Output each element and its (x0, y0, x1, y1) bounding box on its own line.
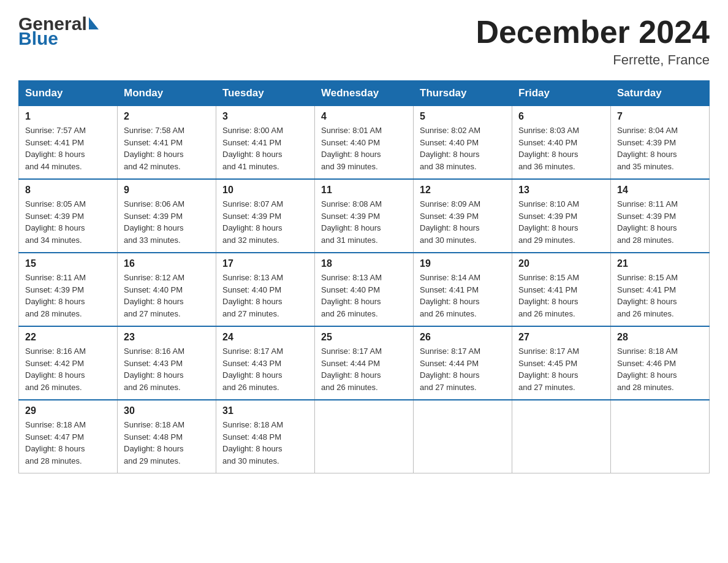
calendar-table: SundayMondayTuesdayWednesdayThursdayFrid… (18, 80, 710, 473)
calendar-day-cell: 24 Sunrise: 8:17 AM Sunset: 4:43 PM Dayl… (216, 326, 315, 400)
calendar-week-row: 15 Sunrise: 8:11 AM Sunset: 4:39 PM Dayl… (19, 253, 710, 326)
day-number: 26 (420, 332, 506, 343)
page-header: General Blue December 2024 Ferrette, Fra… (18, 15, 710, 68)
calendar-header-row: SundayMondayTuesdayWednesdayThursdayFrid… (19, 81, 710, 106)
calendar-day-cell: 25 Sunrise: 8:17 AM Sunset: 4:44 PM Dayl… (315, 326, 414, 400)
calendar-day-cell: 22 Sunrise: 8:16 AM Sunset: 4:42 PM Dayl… (19, 326, 118, 400)
calendar-day-cell: 3 Sunrise: 8:00 AM Sunset: 4:41 PM Dayli… (216, 106, 315, 180)
day-info: Sunrise: 8:16 AM Sunset: 4:42 PM Dayligh… (25, 345, 111, 393)
calendar-day-cell: 31 Sunrise: 8:18 AM Sunset: 4:48 PM Dayl… (216, 400, 315, 473)
calendar-day-cell: 27 Sunrise: 8:17 AM Sunset: 4:45 PM Dayl… (512, 326, 611, 400)
calendar-day-cell: 14 Sunrise: 8:11 AM Sunset: 4:39 PM Dayl… (611, 179, 710, 253)
calendar-day-cell: 28 Sunrise: 8:18 AM Sunset: 4:46 PM Dayl… (611, 326, 710, 400)
calendar-day-cell: 20 Sunrise: 8:15 AM Sunset: 4:41 PM Dayl… (512, 253, 611, 326)
calendar-day-cell: 10 Sunrise: 8:07 AM Sunset: 4:39 PM Dayl… (216, 179, 315, 253)
day-info: Sunrise: 8:17 AM Sunset: 4:44 PM Dayligh… (420, 345, 506, 393)
day-number: 16 (124, 258, 210, 269)
calendar-day-cell: 21 Sunrise: 8:15 AM Sunset: 4:41 PM Dayl… (611, 253, 710, 326)
logo-blue-text: Blue (18, 29, 58, 48)
day-info: Sunrise: 8:15 AM Sunset: 4:41 PM Dayligh… (518, 272, 604, 320)
calendar-day-cell: 6 Sunrise: 8:03 AM Sunset: 4:40 PM Dayli… (512, 106, 611, 180)
day-number: 27 (518, 332, 604, 343)
day-info: Sunrise: 8:17 AM Sunset: 4:44 PM Dayligh… (321, 345, 407, 393)
day-number: 1 (25, 111, 111, 122)
calendar-day-cell: 30 Sunrise: 8:18 AM Sunset: 4:48 PM Dayl… (118, 400, 216, 473)
calendar-header-tuesday: Tuesday (216, 81, 315, 106)
calendar-day-cell: 19 Sunrise: 8:14 AM Sunset: 4:41 PM Dayl… (414, 253, 512, 326)
calendar-day-cell (512, 400, 611, 473)
calendar-day-cell: 17 Sunrise: 8:13 AM Sunset: 4:40 PM Dayl… (216, 253, 315, 326)
day-number: 29 (25, 405, 111, 416)
month-title: December 2024 (476, 15, 710, 50)
day-info: Sunrise: 8:02 AM Sunset: 4:40 PM Dayligh… (420, 124, 506, 172)
calendar-week-row: 22 Sunrise: 8:16 AM Sunset: 4:42 PM Dayl… (19, 326, 710, 400)
day-info: Sunrise: 8:06 AM Sunset: 4:39 PM Dayligh… (124, 198, 210, 246)
day-info: Sunrise: 8:18 AM Sunset: 4:47 PM Dayligh… (25, 419, 111, 467)
day-number: 15 (25, 258, 111, 269)
day-number: 30 (124, 405, 210, 416)
calendar-header-thursday: Thursday (414, 81, 512, 106)
day-info: Sunrise: 8:07 AM Sunset: 4:39 PM Dayligh… (222, 198, 308, 246)
day-number: 28 (617, 332, 703, 343)
calendar-week-row: 8 Sunrise: 8:05 AM Sunset: 4:39 PM Dayli… (19, 179, 710, 253)
day-number: 11 (321, 185, 407, 196)
day-info: Sunrise: 8:10 AM Sunset: 4:39 PM Dayligh… (518, 198, 604, 246)
day-info: Sunrise: 8:00 AM Sunset: 4:41 PM Dayligh… (222, 124, 308, 172)
calendar-day-cell: 15 Sunrise: 8:11 AM Sunset: 4:39 PM Dayl… (19, 253, 118, 326)
calendar-day-cell: 16 Sunrise: 8:12 AM Sunset: 4:40 PM Dayl… (118, 253, 216, 326)
day-number: 31 (222, 405, 308, 416)
day-number: 10 (222, 185, 308, 196)
day-info: Sunrise: 8:09 AM Sunset: 4:39 PM Dayligh… (420, 198, 506, 246)
day-info: Sunrise: 8:17 AM Sunset: 4:43 PM Dayligh… (222, 345, 308, 393)
day-info: Sunrise: 8:01 AM Sunset: 4:40 PM Dayligh… (321, 124, 407, 172)
calendar-day-cell: 13 Sunrise: 8:10 AM Sunset: 4:39 PM Dayl… (512, 179, 611, 253)
location: Ferrette, France (476, 52, 710, 68)
day-number: 22 (25, 332, 111, 343)
day-number: 14 (617, 185, 703, 196)
day-number: 23 (124, 332, 210, 343)
calendar-week-row: 1 Sunrise: 7:57 AM Sunset: 4:41 PM Dayli… (19, 106, 710, 180)
day-number: 7 (617, 111, 703, 122)
calendar-day-cell: 7 Sunrise: 8:04 AM Sunset: 4:39 PM Dayli… (611, 106, 710, 180)
calendar-header-sunday: Sunday (19, 81, 118, 106)
day-number: 18 (321, 258, 407, 269)
calendar-day-cell (414, 400, 512, 473)
day-info: Sunrise: 8:18 AM Sunset: 4:46 PM Dayligh… (617, 345, 703, 393)
day-info: Sunrise: 8:05 AM Sunset: 4:39 PM Dayligh… (25, 198, 111, 246)
day-info: Sunrise: 8:14 AM Sunset: 4:41 PM Dayligh… (420, 272, 506, 320)
day-number: 24 (222, 332, 308, 343)
calendar-day-cell: 11 Sunrise: 8:08 AM Sunset: 4:39 PM Dayl… (315, 179, 414, 253)
calendar-header-saturday: Saturday (611, 81, 710, 106)
day-number: 5 (420, 111, 506, 122)
calendar-header-friday: Friday (512, 81, 611, 106)
day-number: 13 (518, 185, 604, 196)
day-number: 21 (617, 258, 703, 269)
calendar-day-cell: 26 Sunrise: 8:17 AM Sunset: 4:44 PM Dayl… (414, 326, 512, 400)
calendar-header-wednesday: Wednesday (315, 81, 414, 106)
day-info: Sunrise: 8:13 AM Sunset: 4:40 PM Dayligh… (321, 272, 407, 320)
day-info: Sunrise: 8:04 AM Sunset: 4:39 PM Dayligh… (617, 124, 703, 172)
logo: General Blue (18, 15, 99, 48)
day-info: Sunrise: 8:03 AM Sunset: 4:40 PM Dayligh… (518, 124, 604, 172)
day-number: 8 (25, 185, 111, 196)
day-info: Sunrise: 8:11 AM Sunset: 4:39 PM Dayligh… (25, 272, 111, 320)
calendar-day-cell (315, 400, 414, 473)
calendar-day-cell: 5 Sunrise: 8:02 AM Sunset: 4:40 PM Dayli… (414, 106, 512, 180)
day-number: 17 (222, 258, 308, 269)
calendar-day-cell: 4 Sunrise: 8:01 AM Sunset: 4:40 PM Dayli… (315, 106, 414, 180)
day-number: 25 (321, 332, 407, 343)
day-info: Sunrise: 8:13 AM Sunset: 4:40 PM Dayligh… (222, 272, 308, 320)
day-number: 20 (518, 258, 604, 269)
calendar-header-monday: Monday (118, 81, 216, 106)
title-block: December 2024 Ferrette, France (476, 15, 710, 68)
day-number: 2 (124, 111, 210, 122)
calendar-week-row: 29 Sunrise: 8:18 AM Sunset: 4:47 PM Dayl… (19, 400, 710, 473)
day-info: Sunrise: 8:18 AM Sunset: 4:48 PM Dayligh… (222, 419, 308, 467)
day-number: 12 (420, 185, 506, 196)
day-info: Sunrise: 8:18 AM Sunset: 4:48 PM Dayligh… (124, 419, 210, 467)
calendar-day-cell: 1 Sunrise: 7:57 AM Sunset: 4:41 PM Dayli… (19, 106, 118, 180)
day-number: 3 (222, 111, 308, 122)
calendar-day-cell (611, 400, 710, 473)
day-number: 4 (321, 111, 407, 122)
day-info: Sunrise: 8:15 AM Sunset: 4:41 PM Dayligh… (617, 272, 703, 320)
